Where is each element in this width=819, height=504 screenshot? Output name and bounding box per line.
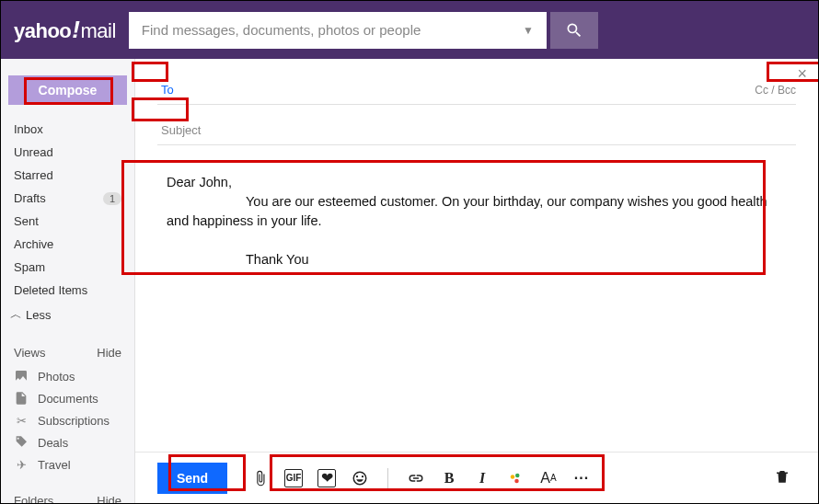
yahoo-mail-logo: yahoo!mail: [14, 16, 116, 44]
sidebar-item-sent[interactable]: Sent: [1, 210, 134, 233]
delete-draft-button[interactable]: [774, 468, 790, 488]
view-item-documents[interactable]: Documents: [1, 387, 134, 409]
hide-views-link[interactable]: Hide: [97, 346, 121, 360]
to-field-row[interactable]: To Cc / Bcc: [157, 75, 796, 105]
folders-section-head: Folders Hide: [1, 490, 134, 504]
bold-icon[interactable]: B: [440, 469, 458, 487]
app-header: yahoo!mail ▼: [1, 1, 818, 59]
sidebar-item-inbox[interactable]: Inbox: [1, 118, 134, 141]
link-icon[interactable]: [407, 469, 425, 487]
send-button[interactable]: Send: [157, 463, 227, 494]
compose-button[interactable]: Compose: [8, 75, 127, 105]
hide-folders-link[interactable]: Hide: [97, 494, 121, 504]
cc-bcc-toggle[interactable]: Cc / Bcc: [755, 84, 796, 97]
sidebar-item-starred[interactable]: Starred: [1, 164, 134, 187]
italic-icon[interactable]: I: [473, 469, 491, 487]
sidebar-item-unread[interactable]: Unread: [1, 141, 134, 164]
drafts-count-badge: 1: [103, 192, 121, 205]
document-icon: [14, 391, 29, 406]
search-input[interactable]: [142, 22, 515, 38]
body-line: Thank You: [167, 250, 787, 269]
body-line: You are our esteemed customer. On your b…: [167, 192, 787, 231]
trash-icon: [774, 468, 790, 485]
svg-point-0: [511, 475, 515, 479]
to-label: To: [157, 81, 178, 98]
folder-list: Inbox Unread Starred Drafts 1 Sent Archi…: [1, 118, 134, 327]
subject-placeholder: Subject: [157, 121, 204, 139]
sidebar: Compose Inbox Unread Starred Drafts 1 Se…: [1, 59, 135, 503]
chevron-down-icon[interactable]: ▼: [523, 24, 534, 37]
sidebar-item-less[interactable]: ︿ Less: [1, 302, 134, 327]
svg-point-2: [514, 478, 519, 483]
tag-icon: [14, 435, 29, 450]
sidebar-item-deleted[interactable]: Deleted Items: [1, 279, 134, 302]
view-item-travel[interactable]: ✈ Travel: [1, 453, 134, 475]
more-icon[interactable]: ···: [572, 469, 591, 487]
font-size-icon[interactable]: AA: [539, 469, 558, 487]
search-icon: [565, 21, 583, 40]
chevron-up-icon: ︿: [10, 306, 22, 323]
text-color-icon[interactable]: [506, 469, 525, 487]
scissors-icon: ✂: [14, 413, 29, 428]
search-box[interactable]: ▼: [129, 12, 547, 49]
views-section-head: Views Hide: [1, 342, 134, 365]
plane-icon: ✈: [14, 457, 29, 472]
search-wrap: ▼: [129, 12, 598, 49]
body-line: Dear John,: [167, 173, 787, 192]
search-button[interactable]: [550, 12, 598, 49]
subject-field-row[interactable]: Subject: [157, 116, 796, 145]
attach-icon[interactable]: [251, 469, 270, 487]
view-item-subscriptions[interactable]: ✂ Subscriptions: [1, 409, 134, 431]
gif-icon[interactable]: GIF: [284, 469, 303, 487]
email-body-area[interactable]: Dear John, You are our esteemed customer…: [157, 145, 796, 452]
sidebar-item-archive[interactable]: Archive: [1, 233, 134, 256]
sidebar-item-spam[interactable]: Spam: [1, 256, 134, 279]
image-icon: [14, 369, 29, 384]
view-item-deals[interactable]: Deals: [1, 431, 134, 453]
close-icon[interactable]: ×: [797, 64, 807, 84]
compose-pane: × To Cc / Bcc Subject Dear John, You are…: [135, 59, 818, 503]
sidebar-item-drafts[interactable]: Drafts 1: [1, 187, 134, 210]
emoji-icon[interactable]: [351, 469, 369, 487]
view-item-photos[interactable]: Photos: [1, 365, 134, 387]
stationery-icon[interactable]: ❤: [317, 469, 336, 487]
svg-point-1: [515, 473, 520, 477]
compose-toolbar: Send GIF ❤ B I AA ···: [135, 452, 818, 503]
